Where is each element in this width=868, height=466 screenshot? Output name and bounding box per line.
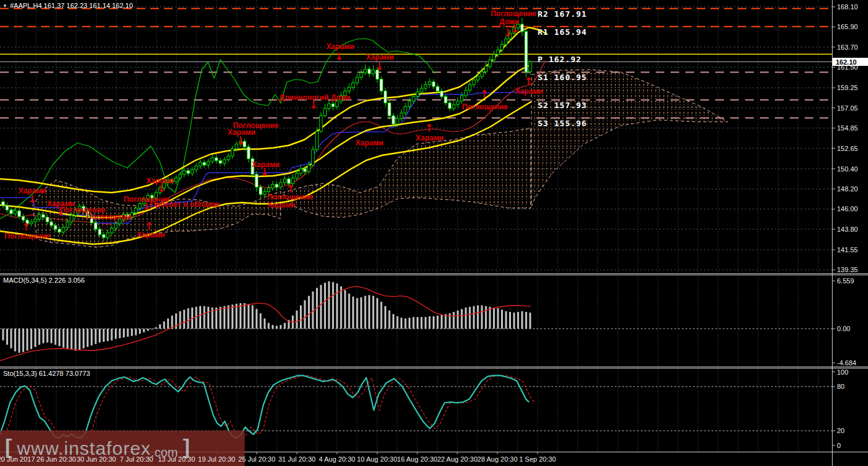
candle-bear [22, 216, 24, 220]
candle-bear [18, 211, 20, 216]
candle-bull [412, 96, 415, 101]
candle-bull [307, 165, 310, 171]
pattern-annotation: Харами [515, 87, 543, 96]
candle-bull [14, 211, 16, 213]
signal-arrow-down: ↓ [142, 201, 151, 212]
candle-bear [58, 229, 61, 232]
signal-arrow-down: ↓ [375, 62, 384, 72]
price-axis-label: 154.85 [837, 124, 858, 132]
price-axis-label: 100 [837, 368, 848, 376]
candle-bear [440, 91, 443, 96]
candle-bull [492, 55, 495, 60]
chart-canvas[interactable] [0, 0, 868, 466]
price-axis-label: 152.65 [837, 145, 858, 152]
pattern-annotation: Поглощение [491, 9, 536, 18]
pattern-annotation: Харами [356, 139, 384, 147]
candle-bull [428, 82, 431, 85]
pattern-annotation: Поглощение [462, 103, 508, 111]
pivot-label: S2 157.93 [538, 100, 587, 109]
candle-bull [34, 219, 37, 222]
candle-bull [408, 101, 410, 107]
candle-bear [247, 147, 250, 158]
time-axis-label: 30 Jun 20:30 [76, 455, 116, 463]
time-axis-label: 31 Jul 20:30 [278, 455, 315, 463]
price-axis-label: 168.10 [837, 3, 858, 11]
time-axis-label: 4 Aug 20:30 [319, 455, 355, 463]
candle-bull [279, 183, 282, 187]
price-axis[interactable]: 168.10165.90163.70161.50159.25157.05154.… [832, 0, 868, 452]
candle-bull [453, 105, 455, 109]
pattern-annotation: Поглощение [233, 121, 279, 130]
candle-bull [227, 156, 230, 160]
price-axis-label: 0.00 [837, 325, 850, 332]
pivot-label: R1 165.94 [538, 27, 587, 36]
price-axis-label: 159.25 [837, 84, 858, 91]
pattern-annotation: Поглощение [4, 232, 50, 240]
price-axis-label: 80 [837, 383, 844, 390]
candle-bull [138, 204, 141, 208]
signal-arrow-up: ↑ [286, 184, 295, 194]
candle-bear [448, 103, 451, 109]
signal-arrow-down: ↓ [335, 52, 343, 62]
candle-bear [215, 158, 217, 160]
candle-bear [525, 32, 527, 72]
candle-bull [468, 85, 471, 90]
candle-bear [255, 175, 258, 188]
price-axis-label: 20 [837, 427, 844, 434]
candle-bear [275, 185, 278, 187]
candle-bear [6, 206, 8, 210]
candle-bear [203, 162, 206, 165]
pattern-annotation: Поглощение [86, 212, 132, 221]
candle-bull [267, 188, 269, 192]
signal-arrow-down: ↓ [28, 194, 37, 205]
candle-bull [296, 173, 298, 178]
signal-arrow-down: ↓ [309, 100, 318, 111]
candle-bull [336, 101, 338, 107]
candle-bull [179, 175, 181, 178]
symbol-dropdown-icon[interactable]: ▼ [2, 3, 7, 9]
candle-bull [183, 171, 185, 175]
candle-bull [416, 92, 418, 96]
candle-bear [384, 91, 386, 103]
sto-k-line [0, 375, 529, 438]
price-axis-label: 143.80 [837, 226, 858, 233]
candle-bull [135, 208, 137, 212]
candle-bull [352, 83, 355, 87]
candle-bull [70, 216, 73, 222]
candle-bull [199, 162, 201, 166]
time-axis[interactable]: 20 Jun 201726 Jun 20:3030 Jun 20:307 Jul… [0, 452, 868, 466]
price-axis-label: 141.55 [837, 246, 858, 254]
candle-bear [187, 171, 189, 173]
candle-bull [66, 222, 68, 227]
signal-arrow-down: ↓ [157, 183, 166, 194]
time-axis-label: 13 Jul 20:30 [158, 455, 195, 463]
candle-bull [312, 150, 314, 165]
candle-bull [111, 228, 113, 232]
candle-bull [191, 170, 193, 173]
price-axis-label: 139.35 [837, 266, 858, 273]
current-price-box: 162.10 [833, 58, 868, 66]
pattern-annotation: Харами [416, 134, 444, 142]
price-axis-label: 0 [837, 442, 841, 449]
candle-bull [461, 96, 463, 101]
candle-bear [388, 103, 391, 116]
pivot-label: R2 167.91 [538, 9, 587, 18]
candle-bull [348, 88, 350, 91]
price-axis-label: 146.00 [837, 205, 858, 212]
candle-bull [315, 131, 318, 149]
candle-bull [360, 73, 363, 77]
candle-bear [46, 217, 48, 222]
signal-arrow-up: ↑ [480, 89, 489, 99]
candle-bull [500, 44, 503, 50]
candle-bull [356, 77, 358, 83]
candle-bull [62, 227, 65, 232]
candle-bear [368, 69, 370, 73]
time-axis-label: 10 Aug 20:30 [357, 455, 397, 463]
symbol-title: ▼#AAPL,H4 161.37 162.23 161.14 162.10 [2, 2, 133, 9]
candle-bear [521, 24, 523, 32]
candle-bull [299, 169, 302, 173]
signal-arrow-down: ↓ [260, 167, 269, 178]
pattern-annotation: Харами [268, 201, 296, 209]
candle-bull [529, 62, 531, 71]
price-axis-label: -4.684 [837, 359, 856, 367]
